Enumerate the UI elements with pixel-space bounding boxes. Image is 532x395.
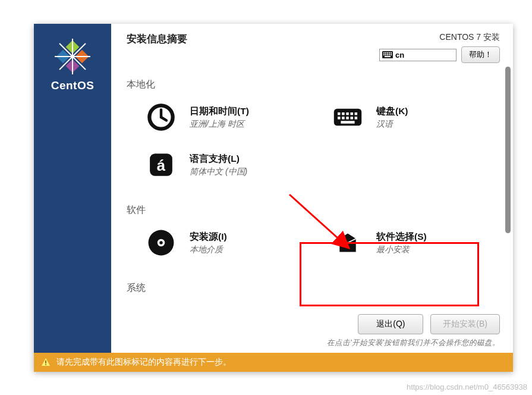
svg-rect-26 [346, 112, 348, 115]
centos-logo: CentOS [51, 39, 95, 92]
installer-window: CentOS 安装信息摘要 CENTOS 7 安装 cn 帮助！ [34, 24, 513, 372]
svg-rect-45 [45, 360, 46, 363]
summary-body: 本地化 日期和时间(T) 亚洲/上海 时区 [111, 67, 513, 311]
svg-rect-12 [389, 52, 390, 54]
content-pane: 安装信息摘要 CENTOS 7 安装 cn 帮助！ 本地化 [111, 24, 513, 353]
item-title: 键盘(K) [376, 105, 408, 118]
section-localization-label: 本地化 [127, 79, 500, 91]
item-install-source[interactable]: 安装源(I) 本地介质 [127, 222, 313, 270]
svg-rect-29 [338, 117, 340, 119]
svg-text:á: á [157, 157, 166, 174]
svg-rect-15 [385, 54, 386, 55]
clock-icon [144, 101, 178, 134]
watermark: https://blog.csdn.net/m0_46563938 [407, 383, 527, 391]
sidebar: CentOS [34, 24, 111, 353]
svg-rect-30 [342, 117, 344, 119]
svg-rect-46 [45, 364, 46, 365]
svg-rect-32 [350, 117, 352, 119]
item-language[interactable]: á 语言支持(L) 简体中文 (中国) [127, 145, 313, 192]
svg-line-22 [161, 117, 166, 120]
svg-rect-16 [387, 54, 388, 55]
item-title: 安装源(I) [190, 231, 227, 243]
svg-rect-17 [389, 54, 390, 55]
header: 安装信息摘要 CENTOS 7 安装 cn 帮助！ [111, 24, 513, 67]
warning-text: 请先完成带有此图标标记的内容再进行下一步。 [56, 357, 231, 368]
item-sub: 简体中文 (中国) [190, 167, 247, 177]
item-title: 日期和时间(T) [190, 105, 249, 118]
item-install-destination[interactable]: 安装位置(D) [127, 300, 313, 311]
scrollbar-thumb[interactable] [505, 67, 511, 233]
begin-install-button[interactable]: 开始安装(B) [430, 314, 500, 334]
item-title: 软件选择(S) [376, 231, 427, 243]
svg-rect-33 [355, 117, 357, 119]
keyboard-mini-icon [382, 51, 393, 58]
layout-code: cn [395, 51, 404, 59]
centos-logo-icon [55, 39, 90, 74]
help-button[interactable]: 帮助！ [461, 46, 500, 63]
item-title: 语言支持(L) [190, 153, 247, 165]
item-software-selection[interactable]: 软件选择(S) 最小安装 [313, 222, 500, 270]
package-icon [331, 226, 364, 259]
svg-rect-9 [383, 52, 385, 54]
footer-note: 在点击'开始安装'按钮前我们并不会操作您的磁盘。 [111, 338, 500, 348]
vertical-scrollbar[interactable] [505, 67, 511, 311]
keyboard-layout-indicator[interactable]: cn [379, 49, 457, 61]
svg-rect-28 [355, 112, 357, 115]
item-sub: 最小安装 [376, 244, 427, 255]
kdump-icon [331, 304, 364, 311]
item-sub: 亚洲/上海 时区 [190, 119, 249, 130]
svg-rect-18 [391, 54, 392, 55]
item-datetime[interactable]: 日期和时间(T) 亚洲/上海 时区 [127, 97, 313, 145]
quit-button[interactable]: 退出(Q) [358, 314, 423, 334]
svg-rect-31 [346, 117, 348, 119]
svg-rect-34 [341, 121, 354, 123]
distro-label: CENTOS 7 安装 [379, 32, 500, 43]
language-icon: á [144, 148, 178, 181]
svg-rect-19 [385, 56, 391, 57]
item-sub: 汉语 [376, 119, 408, 130]
section-system-label: 系统 [127, 282, 500, 294]
svg-rect-11 [387, 52, 388, 54]
item-keyboard[interactable]: 键盘(K) 汉语 [313, 97, 500, 145]
footer: 退出(Q) 开始安装(B) 在点击'开始安装'按钮前我们并不会操作您的磁盘。 [111, 311, 513, 353]
keyboard-icon [331, 101, 364, 134]
svg-rect-24 [338, 112, 340, 115]
item-sub: 本地介质 [190, 244, 227, 255]
svg-rect-13 [391, 52, 392, 54]
item-kdump[interactable]: KDUMP [313, 300, 500, 311]
svg-rect-27 [350, 112, 352, 115]
harddrive-icon [144, 304, 178, 311]
disc-icon [144, 226, 178, 259]
header-right: CENTOS 7 安装 cn 帮助！ [379, 32, 500, 63]
main-area: CentOS 安装信息摘要 CENTOS 7 安装 cn 帮助！ [34, 24, 513, 353]
warning-triangle-icon [41, 358, 51, 367]
svg-rect-25 [342, 112, 344, 115]
warning-bar: 请先完成带有此图标标记的内容再进行下一步。 [34, 353, 513, 372]
brand-text: CentOS [51, 79, 95, 92]
section-software-label: 软件 [127, 204, 500, 217]
svg-point-39 [159, 241, 162, 244]
svg-rect-10 [385, 52, 386, 54]
page-title: 安装信息摘要 [127, 32, 187, 46]
svg-rect-14 [383, 54, 385, 55]
